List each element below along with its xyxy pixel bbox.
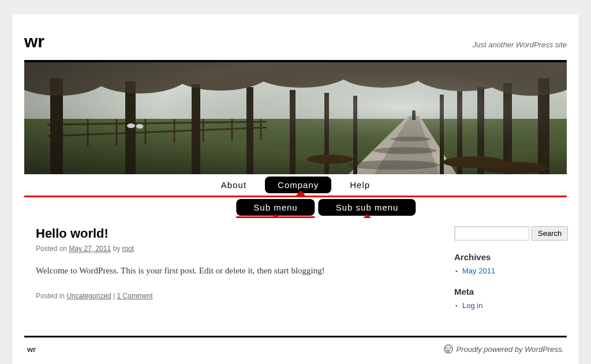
post-author-link[interactable]: root (122, 245, 134, 253)
main-navigation: About Company Help Sub menu Sub sub menu (24, 174, 567, 197)
post-footer: Posted in Uncategorized | 1 Comment (36, 292, 434, 312)
search-button[interactable]: Search (532, 226, 568, 241)
by-label: by (113, 245, 120, 253)
page-container: wr Just another WordPress site (13, 14, 578, 364)
subnav-pointer-icon (272, 214, 280, 218)
list-item: May 2011 (454, 265, 564, 276)
post-date-link[interactable]: May 27, 2011 (69, 245, 111, 253)
footer-site-title[interactable]: wr (27, 345, 36, 354)
sidebar: Search Archives May 2011 Meta Log in (446, 226, 567, 321)
subnav-label: Sub sub menu (336, 202, 399, 212)
wordpress-icon (444, 344, 453, 354)
posted-in-label: Posted in (36, 292, 65, 300)
nav-item-help[interactable]: Help (337, 177, 383, 193)
meta-title: Meta (454, 287, 564, 297)
post-category-link[interactable]: Uncategorized (66, 292, 111, 300)
subnav-label: Sub menu (253, 202, 297, 212)
header-banner-image (24, 60, 567, 174)
meta-widget: Meta Log in (454, 287, 564, 311)
search-widget: Search (454, 226, 564, 241)
nav-item-about[interactable]: About (208, 177, 259, 193)
subnav-item-sub-menu[interactable]: Sub menu (236, 199, 315, 216)
nav-active-pointer-icon (296, 190, 305, 196)
list-item: Log in (454, 300, 564, 311)
search-input[interactable] (454, 226, 529, 241)
site-tagline: Just another WordPress site (473, 40, 567, 49)
subnav-pointer-icon (363, 214, 371, 218)
footer-wordpress-link[interactable]: Proudly powered by WordPress. (457, 345, 564, 354)
site-title[interactable]: wr (24, 32, 44, 51)
archives-title: Archives (454, 252, 564, 262)
footer-credit: Proudly powered by WordPress. (444, 344, 564, 354)
post-title[interactable]: Hello world! (36, 226, 434, 241)
post-meta: Posted on May 27, 2011 by root (36, 245, 434, 253)
sub-navigation: Sub menu Sub sub menu (236, 199, 416, 216)
archives-widget: Archives May 2011 (454, 252, 564, 276)
login-link[interactable]: Log in (462, 301, 482, 310)
site-footer: wr Proudly powered by WordPress. (24, 337, 567, 364)
post-body: Welcome to WordPress. This is your first… (36, 264, 434, 277)
svg-rect-43 (24, 62, 567, 174)
archive-link[interactable]: May 2011 (462, 267, 495, 275)
main-column: Hello world! Posted on May 27, 2011 by r… (24, 226, 446, 321)
site-header: wr Just another WordPress site (24, 26, 567, 60)
subnav-item-sub-sub-menu[interactable]: Sub sub menu (319, 199, 416, 216)
posted-on-label: Posted on (36, 245, 67, 253)
post-comments-link[interactable]: 1 Comment (117, 292, 153, 300)
